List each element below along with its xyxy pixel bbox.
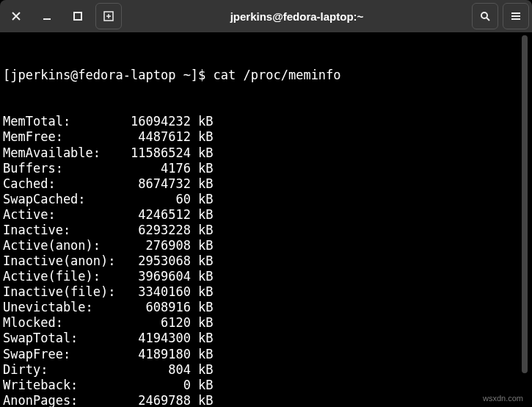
meminfo-row: SwapFree: 4189180 kB bbox=[3, 347, 529, 362]
meminfo-row: Inactive(anon): 2953068 kB bbox=[3, 253, 529, 269]
meminfo-row: Writeback: 0 kB bbox=[3, 378, 529, 393]
meminfo-row: MemAvailable: 11586524 kB bbox=[3, 145, 529, 161]
new-tab-button[interactable] bbox=[95, 3, 122, 29]
meminfo-row: SwapTotal: 4194300 kB bbox=[3, 331, 529, 346]
prompt-user-host: [jperkins@fedora-laptop ~]$ bbox=[3, 68, 214, 82]
meminfo-row: Inactive(file): 3340160 kB bbox=[3, 284, 529, 300]
maximize-icon bbox=[72, 10, 84, 22]
meminfo-row: Active: 4246512 kB bbox=[3, 207, 529, 223]
meminfo-row: AnonPages: 2469788 kB bbox=[3, 393, 529, 407]
prompt-line: [jperkins@fedora-laptop ~]$ cat /proc/me… bbox=[3, 68, 529, 83]
search-icon bbox=[479, 10, 491, 22]
new-tab-icon bbox=[103, 10, 114, 22]
meminfo-row: Buffers: 4176 kB bbox=[3, 161, 529, 176]
meminfo-row: Active(anon): 276908 kB bbox=[3, 238, 529, 253]
meminfo-row: MemFree: 4487612 kB bbox=[3, 129, 529, 145]
hamburger-icon bbox=[510, 10, 522, 22]
meminfo-row: Inactive: 6293228 kB bbox=[3, 223, 529, 238]
watermark: wsxdn.com bbox=[483, 394, 523, 403]
meminfo-row: Mlocked: 6120 kB bbox=[3, 315, 529, 331]
meminfo-row: Dirty: 804 kB bbox=[3, 362, 529, 378]
close-button[interactable] bbox=[3, 3, 29, 29]
meminfo-row: Unevictable: 608916 kB bbox=[3, 300, 529, 315]
meminfo-row: Cached: 8674732 kB bbox=[3, 176, 529, 192]
svg-point-2 bbox=[481, 12, 487, 18]
titlebar-left-controls bbox=[3, 3, 122, 29]
meminfo-output: MemTotal: 16094232 kBMemFree: 4487612 kB… bbox=[3, 114, 529, 407]
maximize-button[interactable] bbox=[65, 3, 91, 29]
search-button[interactable] bbox=[472, 3, 498, 29]
window-titlebar: jperkins@fedora-laptop:~ bbox=[0, 0, 532, 32]
terminal-area[interactable]: [jperkins@fedora-laptop ~]$ cat /proc/me… bbox=[0, 32, 532, 407]
menu-button[interactable] bbox=[503, 3, 529, 29]
meminfo-row: MemTotal: 16094232 kB bbox=[3, 114, 529, 129]
minimize-button[interactable] bbox=[34, 3, 60, 29]
close-icon bbox=[10, 10, 22, 22]
window-title: jperkins@fedora-laptop:~ bbox=[122, 10, 472, 23]
meminfo-row: SwapCached: 60 kB bbox=[3, 192, 529, 207]
titlebar-right-controls bbox=[472, 3, 529, 29]
svg-rect-0 bbox=[74, 12, 81, 20]
meminfo-row: Active(file): 3969604 kB bbox=[3, 269, 529, 284]
scrollbar-thumb[interactable] bbox=[522, 35, 528, 373]
prompt-command: cat /proc/meminfo bbox=[214, 68, 341, 82]
minimize-icon bbox=[41, 10, 53, 22]
